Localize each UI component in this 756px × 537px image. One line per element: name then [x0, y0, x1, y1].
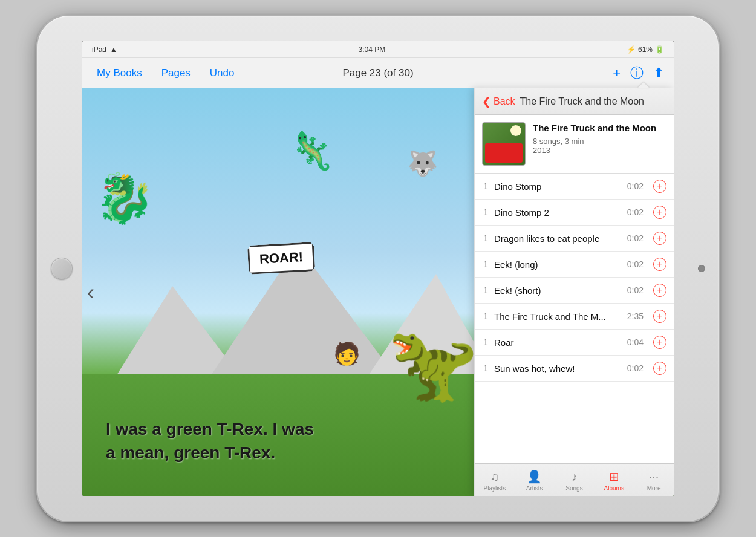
roar-bubble: ROAR!: [247, 242, 315, 275]
song-add-button[interactable]: +: [653, 362, 666, 375]
artists-tab-icon: 👤: [527, 469, 542, 484]
wifi-icon: ▲: [110, 45, 117, 54]
device-model: iPad: [92, 45, 106, 54]
wolf: 🐺: [408, 149, 438, 178]
battery-level: 61%: [638, 45, 653, 54]
tab-bar: ♫ Playlists 👤 Artists ♪ Songs ⊞ Albums ·…: [475, 463, 674, 496]
song-duration: 0:02: [627, 363, 644, 373]
music-panel: ❮ Back The Fire Truck and the Moon The F…: [474, 88, 674, 496]
status-right: ⚡ 61% 🔋: [627, 45, 664, 54]
back-button[interactable]: Back: [494, 96, 515, 107]
song-add-button[interactable]: +: [653, 232, 666, 245]
song-number: 1: [482, 259, 489, 269]
song-number: 1: [482, 337, 489, 347]
more-tab-label: More: [647, 485, 661, 492]
song-name: The Fire Truck and The M...: [494, 311, 622, 322]
playlists-tab-label: Playlists: [484, 485, 506, 492]
song-item[interactable]: 1 Eek! (long) 0:02 +: [475, 252, 674, 278]
song-name: Roar: [494, 337, 622, 348]
songs-tab-icon: ♪: [571, 470, 577, 484]
song-duration: 0:02: [627, 207, 644, 217]
album-header: The Fire Truck and the Moon 8 songs, 3 m…: [475, 115, 674, 174]
album-art: [482, 122, 526, 166]
t-rex: 🦖: [388, 322, 478, 407]
tab-more[interactable]: ··· More: [634, 466, 674, 495]
song-item[interactable]: 1 The Fire Truck and The M... 2:35 +: [475, 304, 674, 330]
person: 🧑: [333, 341, 360, 366]
song-number: 1: [482, 285, 489, 295]
toolbar-right: + ⓘ ⬆: [613, 67, 664, 80]
artists-tab-label: Artists: [526, 485, 543, 492]
song-list: 1 Dino Stomp 0:02 + 1 Dino Stomp 2 0:02 …: [475, 174, 674, 463]
song-duration: 0:02: [627, 285, 644, 295]
more-tab-icon: ···: [649, 470, 659, 484]
song-add-button[interactable]: +: [653, 206, 666, 219]
song-duration: 0:02: [627, 181, 644, 191]
song-add-button[interactable]: +: [653, 336, 666, 349]
home-button[interactable]: [51, 258, 73, 279]
song-item[interactable]: 1 Dino Stomp 2 0:02 +: [475, 200, 674, 226]
battery-icon: 🔋: [655, 45, 664, 54]
song-number: 1: [482, 363, 489, 373]
song-add-button[interactable]: +: [653, 180, 666, 193]
song-name: Sun was hot, whew!: [494, 363, 622, 374]
album-art-fire-truck: [485, 143, 523, 163]
toolbar: My Books Pages Undo Page 23 (of 30) + ⓘ …: [82, 58, 674, 88]
song-number: 1: [482, 311, 489, 321]
ipad-screen: iPad ▲ 3:04 PM ⚡ 61% 🔋 My Books Pages Un…: [82, 41, 674, 496]
song-number: 1: [482, 233, 489, 243]
song-duration: 0:02: [627, 233, 644, 243]
song-item[interactable]: 1 Sun was hot, whew! 0:02 +: [475, 356, 674, 382]
main-content: 🐉 🦎 🐺 🦖 🧑 ROAR! I was a green T-Rex. I w…: [82, 88, 674, 496]
album-year: 2013: [533, 146, 666, 155]
toolbar-left: My Books Pages Undo: [92, 65, 239, 82]
album-title: The Fire Truck and the Moon: [533, 122, 666, 134]
book-text: I was a green T-Rex. I was a mean, green…: [106, 417, 314, 464]
song-name: Dragon likes to eat people: [494, 233, 622, 244]
camera: [698, 265, 705, 272]
albums-tab-icon: ⊞: [609, 469, 619, 484]
song-item[interactable]: 1 Roar 0:04 +: [475, 330, 674, 356]
green-dragon: 🦎: [289, 129, 334, 172]
pages-button[interactable]: Pages: [157, 65, 195, 82]
song-number: 1: [482, 181, 489, 191]
book-text-line1: I was a green T-Rex. I was: [106, 417, 314, 441]
song-add-button[interactable]: +: [653, 284, 666, 297]
song-item[interactable]: 1 Eek! (short) 0:02 +: [475, 278, 674, 304]
tab-songs[interactable]: ♪ Songs: [555, 466, 595, 495]
add-button[interactable]: +: [613, 67, 621, 80]
song-add-button[interactable]: +: [653, 258, 666, 271]
albums-tab-label: Albums: [604, 485, 624, 492]
song-duration: 0:04: [627, 337, 644, 347]
song-duration: 2:35: [627, 311, 644, 321]
playlists-tab-icon: ♫: [490, 470, 499, 484]
back-chevron-icon: ❮: [482, 95, 491, 108]
status-time: 3:04 PM: [359, 45, 386, 54]
book-text-line2: a mean, green T-Rex.: [106, 441, 314, 464]
prev-page-button[interactable]: ‹: [87, 280, 94, 305]
panel-triangle: [637, 82, 650, 88]
undo-button[interactable]: Undo: [205, 65, 240, 82]
my-books-button[interactable]: My Books: [92, 65, 147, 82]
red-dragon: 🐉: [94, 170, 155, 227]
song-duration: 0:02: [627, 259, 644, 269]
song-name: Eek! (short): [494, 285, 622, 296]
album-art-moon: [510, 125, 521, 136]
song-name: Dino Stomp 2: [494, 207, 622, 218]
panel-title: The Fire Truck and the Moon: [520, 96, 644, 107]
tab-playlists[interactable]: ♫ Playlists: [475, 466, 515, 495]
song-item[interactable]: 1 Dragon likes to eat people 0:02 +: [475, 226, 674, 252]
page-info: Page 23 (of 30): [342, 67, 413, 79]
tab-albums[interactable]: ⊞ Albums: [594, 466, 634, 495]
song-item[interactable]: 1 Dino Stomp 0:02 +: [475, 174, 674, 200]
songs-tab-label: Songs: [565, 485, 582, 492]
bluetooth-icon: ⚡: [627, 45, 636, 54]
song-add-button[interactable]: +: [653, 310, 666, 323]
share-button[interactable]: ⬆: [653, 67, 664, 80]
status-left: iPad ▲: [92, 45, 117, 54]
info-button[interactable]: ⓘ: [630, 67, 644, 80]
song-name: Eek! (long): [494, 259, 622, 270]
tab-artists[interactable]: 👤 Artists: [515, 466, 555, 495]
song-number: 1: [482, 207, 489, 217]
ipad-device: iPad ▲ 3:04 PM ⚡ 61% 🔋 My Books Pages Un…: [36, 15, 720, 522]
